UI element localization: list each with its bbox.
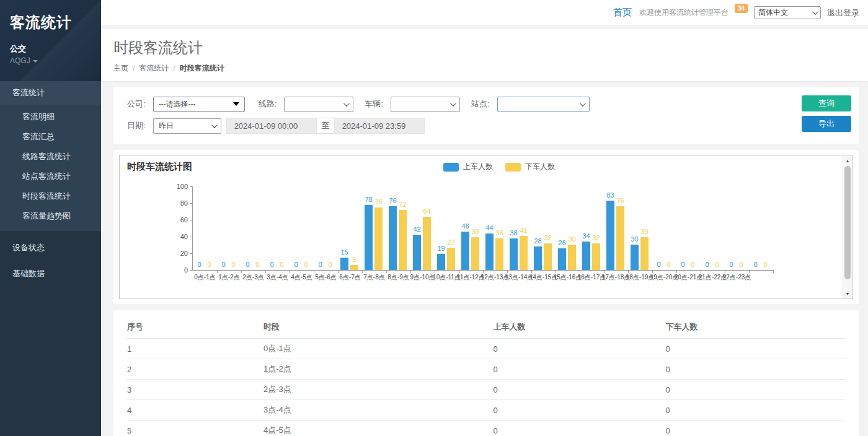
bar-group: 00: [676, 186, 701, 270]
filter-row-1: 公司: ---请选择--- 线路: 车辆: 站点:: [127, 96, 851, 112]
bar-boarding: [365, 205, 373, 270]
x-tick-mark: [241, 271, 242, 273]
query-button[interactable]: 查询: [802, 95, 851, 111]
x-tick-label: 5点-6点: [315, 273, 336, 282]
bar-group: 00: [701, 186, 725, 270]
bar-value-label: 76: [616, 197, 624, 204]
bar-value-label: 46: [461, 222, 469, 230]
bar-boarding: [558, 248, 566, 270]
x-tick-label: 22点-23点: [723, 273, 751, 282]
bar-group: 7672: [386, 186, 410, 270]
station-select[interactable]: [497, 97, 590, 112]
station-label: 站点:: [471, 98, 490, 110]
filter-actions: 查询 导出: [802, 95, 851, 132]
bar-boarding: [413, 235, 421, 270]
scroll-down-icon[interactable]: ▼: [843, 289, 852, 298]
legend-swatch: [443, 163, 459, 172]
bar-value-label: 0: [691, 261, 694, 268]
bar-value-label: 0: [255, 261, 259, 268]
logout-link[interactable]: 退出登录: [827, 7, 859, 19]
sidebar-subitem-3[interactable]: 站点客流统计: [0, 167, 101, 186]
bar-value-label: 0: [715, 261, 719, 268]
header-boarding: 上车人数: [494, 316, 666, 339]
sidebar-subitem-4[interactable]: 时段客流统计: [0, 186, 101, 206]
user-menu[interactable]: AQGJ: [10, 56, 91, 65]
bar-value-label: 83: [606, 191, 614, 199]
table-cell: 2点-3点: [264, 380, 494, 400]
home-link[interactable]: 首页: [613, 7, 632, 19]
sidebar-subitem-2[interactable]: 线路客流统计: [0, 147, 101, 167]
bar-value-label: 0: [207, 261, 211, 268]
bar-alighting: [592, 243, 600, 270]
chevron-down-icon: [211, 122, 218, 128]
bar-boarding: [461, 232, 469, 270]
chevron-down-icon: [579, 100, 585, 107]
bar-group: 2832: [531, 186, 556, 270]
chart-panel: 时段车流统计图 上车人数下车人数 0204060801000点-1点001点-2…: [113, 150, 859, 304]
sidebar-item-passenger-stats[interactable]: 客流统计: [0, 81, 101, 105]
date-range-separator: 至: [317, 118, 334, 134]
sidebar-subitem-0[interactable]: 客流明细: [0, 107, 101, 127]
user-name: AQGJ: [10, 56, 30, 65]
chart-scrollbar[interactable]: ▲ ▼: [843, 156, 852, 298]
triangle-down-icon: [233, 102, 239, 106]
sidebar-lower-nav: 设备状态 基础数据: [0, 231, 101, 287]
bar-group: 00: [193, 186, 217, 270]
breadcrumb-home[interactable]: 主页: [113, 63, 128, 74]
bar-group: 3841: [507, 186, 531, 270]
sidebar-subitem-5[interactable]: 客流量趋势图: [0, 206, 101, 226]
bar-alighting: [568, 245, 576, 270]
bar-value-label: 78: [365, 196, 372, 203]
table-cell: 2: [127, 359, 264, 380]
export-button[interactable]: 导出: [802, 116, 851, 132]
bar-value-label: 30: [631, 235, 638, 243]
bar-value-label: 32: [592, 234, 600, 242]
date-preset-select[interactable]: 昨日: [153, 118, 221, 134]
sidebar-item-base-data[interactable]: 基础数据: [0, 261, 101, 287]
scrollbar-thumb[interactable]: [844, 166, 851, 279]
org-name: 公交: [10, 43, 91, 54]
bar-value-label: 32: [544, 234, 551, 242]
table-cell: 4: [127, 400, 264, 421]
legend-item[interactable]: 下车人数: [505, 162, 555, 172]
bar-value-label: 0: [280, 261, 283, 268]
notification-badge[interactable]: 34: [735, 4, 748, 13]
scroll-up-icon[interactable]: ▲: [843, 156, 852, 165]
table-cell: 0: [494, 421, 666, 436]
company-label: 公司:: [127, 98, 146, 110]
chart-title: 时段车流统计图: [127, 161, 192, 173]
table-header-row: 序号 时段 上车人数 下车人数: [127, 316, 845, 339]
table-cell: 3点-4点: [264, 400, 494, 421]
bar-boarding: [534, 246, 542, 270]
table-row: 10点-1点00: [127, 339, 845, 359]
table-cell: 1点-2点: [264, 359, 494, 380]
line-select[interactable]: [284, 97, 353, 112]
date-from-input[interactable]: 2024-01-09 00:00: [226, 118, 317, 134]
table-cell: 0: [494, 380, 666, 400]
bar-value-label: 0: [318, 261, 322, 268]
breadcrumb-passenger-stats[interactable]: 客流统计: [139, 63, 169, 74]
legend-item[interactable]: 上车人数: [443, 162, 493, 172]
table-cell: 0: [665, 400, 845, 421]
company-select[interactable]: ---请选择---: [153, 97, 245, 112]
sidebar: 客流统计 公交 AQGJ 客流统计 客流明细客流汇总线路客流统计站点客流统计时段…: [0, 0, 101, 436]
x-tick-mark: [290, 271, 290, 273]
bar-value-label: 6: [352, 256, 356, 263]
x-tick-label: 1点-2点: [218, 273, 239, 282]
table-cell: 0: [665, 339, 845, 359]
bar-alighting: [544, 243, 552, 270]
sidebar-item-device-status[interactable]: 设备状态: [0, 235, 101, 261]
language-select[interactable]: 简体中文: [754, 6, 821, 19]
x-tick-mark: [265, 271, 266, 273]
sidebar-submenu: 客流明细客流汇总线路客流统计站点客流统计时段客流统计客流量趋势图: [0, 105, 101, 231]
vehicle-select[interactable]: [391, 97, 460, 112]
sidebar-subitem-1[interactable]: 客流汇总: [0, 127, 101, 147]
breadcrumb: 主页 / 客流统计 / 时段客流统计: [113, 63, 868, 74]
x-tick-mark: [773, 271, 774, 273]
date-to-input[interactable]: 2024-01-09 23:59: [334, 118, 425, 134]
bar-group: 00: [290, 186, 314, 270]
bar-value-label: 0: [304, 261, 308, 268]
legend-swatch: [505, 163, 521, 172]
header-index: 序号: [127, 316, 264, 339]
welcome-text: 欢迎使用客流统计管理平台: [639, 7, 728, 18]
